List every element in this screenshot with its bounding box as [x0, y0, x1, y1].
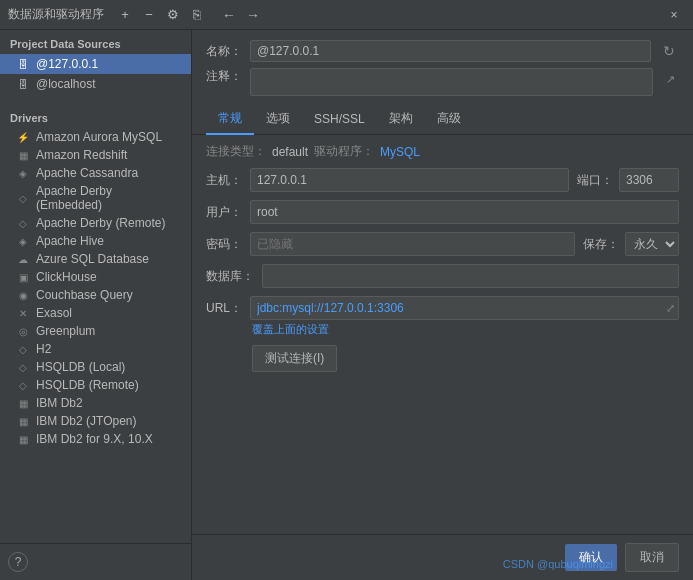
- datasources-list: 🗄@127.0.0.1🗄@localhost: [0, 54, 191, 94]
- driver-label: IBM Db2 (JTOpen): [36, 414, 136, 428]
- driver-icon: ◈: [16, 166, 30, 180]
- tab-ssh-ssl[interactable]: SSH/SSL: [302, 106, 377, 134]
- driver-item-amazon-redshift[interactable]: ▦Amazon Redshift: [0, 146, 191, 164]
- driver-item-amazon-aurora[interactable]: ⚡Amazon Aurora MySQL: [0, 128, 191, 146]
- driver-label: Azure SQL Database: [36, 252, 149, 266]
- sidebar: Project Data Sources 🗄@127.0.0.1🗄@localh…: [0, 30, 192, 580]
- comment-expand-icon[interactable]: ↗: [661, 70, 679, 88]
- driver-item-azure-sql[interactable]: ☁Azure SQL Database: [0, 250, 191, 268]
- driver-item-greenplum[interactable]: ◎Greenplum: [0, 322, 191, 340]
- duplicate-button[interactable]: ⎘: [186, 4, 208, 26]
- driver-item-hsqldb-remote[interactable]: ◇HSQLDB (Remote): [0, 376, 191, 394]
- port-input[interactable]: [619, 168, 679, 192]
- driver-icon: ⚡: [16, 130, 30, 144]
- driver-item-couchbase[interactable]: ◉Couchbase Query: [0, 286, 191, 304]
- tab-options[interactable]: 选项: [254, 104, 302, 135]
- driver-item-ibm-db2-jtopen[interactable]: ▦IBM Db2 (JTOpen): [0, 412, 191, 430]
- name-label: 名称：: [206, 43, 242, 60]
- save-label: 保存：: [583, 236, 619, 253]
- driver-label: Apache Derby (Embedded): [36, 184, 181, 212]
- driver-item-apache-cassandra[interactable]: ◈Apache Cassandra: [0, 164, 191, 182]
- conn-type-row: 连接类型： default 驱动程序： MySQL: [192, 135, 693, 164]
- settings-button[interactable]: ⚙: [162, 4, 184, 26]
- sidebar-item-ds-localhost[interactable]: 🗄@localhost: [0, 74, 191, 94]
- driver-item-h2[interactable]: ◇H2: [0, 340, 191, 358]
- driver-label: Amazon Aurora MySQL: [36, 130, 162, 144]
- driver-label: Couchbase Query: [36, 288, 133, 302]
- user-label: 用户：: [206, 204, 242, 221]
- save-group: 保存： 永久: [583, 232, 679, 256]
- port-label: 端口：: [577, 172, 613, 189]
- db-input[interactable]: [262, 264, 679, 288]
- driver-label: Apache Derby (Remote): [36, 216, 165, 230]
- driver-item-exasol[interactable]: ✕Exasol: [0, 304, 191, 322]
- forward-button[interactable]: →: [242, 4, 264, 26]
- comment-row: 注释： ↗: [192, 68, 693, 104]
- driver-icon: ◉: [16, 288, 30, 302]
- host-label: 主机：: [206, 172, 242, 189]
- driver-item-ibm-db2-9x[interactable]: ▦IBM Db2 for 9.X, 10.X: [0, 430, 191, 448]
- driver-item-clickhouse[interactable]: ▣ClickHouse: [0, 268, 191, 286]
- title-bar-left: 数据源和驱动程序 + − ⚙ ⎘ ← →: [8, 4, 264, 26]
- sidebar-item-ds-127[interactable]: 🗄@127.0.0.1: [0, 54, 191, 74]
- password-input[interactable]: [250, 232, 575, 256]
- driver-icon: ✕: [16, 306, 30, 320]
- comment-input[interactable]: [250, 68, 653, 96]
- driver-icon: ☁: [16, 252, 30, 266]
- driver-label: 驱动程序：: [314, 143, 374, 160]
- db-row: 数据库：: [206, 264, 679, 288]
- close-button[interactable]: ×: [663, 4, 685, 26]
- remove-datasource-button[interactable]: −: [138, 4, 160, 26]
- right-panel: 名称： ↻ 注释： ↗ 常规 选项 SSH/SSL 架构 高级 连接类型： de…: [192, 30, 693, 580]
- driver-item-apache-derby-remote[interactable]: ◇Apache Derby (Remote): [0, 214, 191, 232]
- password-row: 密码： 保存： 永久: [206, 232, 679, 256]
- host-row: 主机： 端口：: [206, 168, 679, 192]
- driver-icon: ◈: [16, 234, 30, 248]
- driver-icon: ▦: [16, 432, 30, 446]
- form-section: 主机： 端口： 用户： 密码： 保存： 永久: [192, 164, 693, 534]
- conn-type-label: 连接类型：: [206, 143, 266, 160]
- add-datasource-button[interactable]: +: [114, 4, 136, 26]
- tab-advanced[interactable]: 高级: [425, 104, 473, 135]
- driver-value-link[interactable]: MySQL: [380, 145, 420, 159]
- url-label: URL：: [206, 300, 242, 317]
- driver-icon: ◇: [16, 360, 30, 374]
- driver-item-apache-hive[interactable]: ◈Apache Hive: [0, 232, 191, 250]
- driver-item-apache-derby-embedded[interactable]: ◇Apache Derby (Embedded): [0, 182, 191, 214]
- tab-general[interactable]: 常规: [206, 104, 254, 135]
- driver-item-ibm-db2[interactable]: ▦IBM Db2: [0, 394, 191, 412]
- save-select[interactable]: 永久: [625, 232, 679, 256]
- driver-icon: ▦: [16, 148, 30, 162]
- driver-icon: ◇: [16, 342, 30, 356]
- user-input[interactable]: [250, 200, 679, 224]
- tab-schema[interactable]: 架构: [377, 104, 425, 135]
- driver-label: IBM Db2 for 9.X, 10.X: [36, 432, 153, 446]
- driver-icon: ◇: [16, 191, 30, 205]
- user-row: 用户：: [206, 200, 679, 224]
- url-row: URL： ⤢: [206, 296, 679, 320]
- driver-icon: ▣: [16, 270, 30, 284]
- url-input[interactable]: [250, 296, 679, 320]
- test-connection-button[interactable]: 测试连接(I): [252, 345, 337, 372]
- driver-label: Amazon Redshift: [36, 148, 127, 162]
- name-input[interactable]: [250, 40, 651, 62]
- host-input[interactable]: [250, 168, 569, 192]
- driver-item-hsqldb-local[interactable]: ◇HSQLDB (Local): [0, 358, 191, 376]
- url-hint[interactable]: 覆盖上面的设置: [252, 322, 679, 337]
- driver-icon: ◇: [16, 216, 30, 230]
- back-button[interactable]: ←: [218, 4, 240, 26]
- help-button[interactable]: ?: [8, 552, 28, 572]
- driver-icon: ▦: [16, 414, 30, 428]
- driver-label: Exasol: [36, 306, 72, 320]
- reload-icon[interactable]: ↻: [659, 41, 679, 61]
- url-expand-icon[interactable]: ⤢: [666, 302, 675, 315]
- driver-icon: ◎: [16, 324, 30, 338]
- datasource-label: @127.0.0.1: [36, 57, 98, 71]
- conn-type-value: default: [272, 145, 308, 159]
- driver-label: H2: [36, 342, 51, 356]
- driver-label: Apache Hive: [36, 234, 104, 248]
- tabs-row: 常规 选项 SSH/SSL 架构 高级: [192, 104, 693, 135]
- driver-label: Apache Cassandra: [36, 166, 138, 180]
- driver-label: IBM Db2: [36, 396, 83, 410]
- cancel-button[interactable]: 取消: [625, 543, 679, 572]
